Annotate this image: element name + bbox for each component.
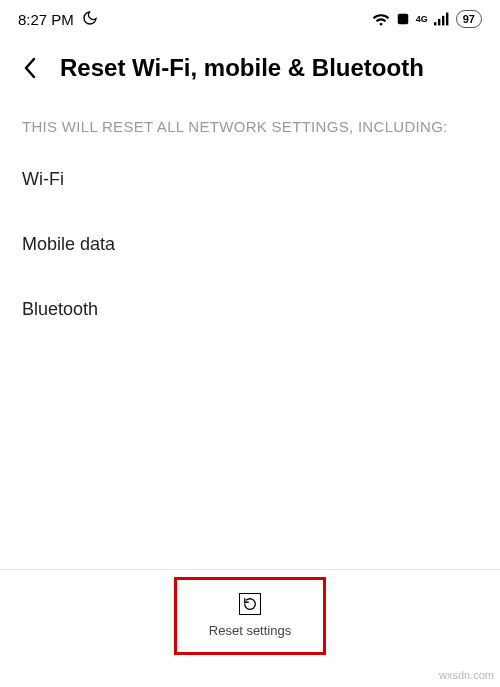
svg-rect-4 [446, 13, 448, 26]
svg-rect-1 [434, 22, 436, 25]
back-button[interactable] [18, 56, 42, 80]
status-left: 8:27 PM [18, 10, 98, 29]
watermark: wxsdn.com [439, 669, 494, 681]
sim-icon [396, 12, 410, 26]
network-4g-icon: 4G [416, 15, 428, 24]
back-chevron-icon [23, 57, 37, 79]
svg-rect-2 [438, 19, 440, 25]
wifi-icon [372, 12, 390, 26]
reset-button-label: Reset settings [209, 623, 291, 638]
list-item: Mobile data [22, 212, 478, 277]
status-right: 4G 97 [372, 10, 482, 28]
svg-rect-3 [442, 16, 444, 26]
page-header: Reset Wi-Fi, mobile & Bluetooth [0, 34, 500, 100]
reset-settings-button[interactable]: Reset settings [174, 577, 326, 655]
list-item: Wi-Fi [22, 147, 478, 212]
bottom-bar: Reset settings [0, 569, 500, 661]
list-item: Bluetooth [22, 277, 478, 342]
reset-items-list: Wi-Fi Mobile data Bluetooth [0, 147, 500, 342]
signal-icon [434, 12, 450, 26]
page-title: Reset Wi-Fi, mobile & Bluetooth [60, 54, 424, 82]
dnd-moon-icon [82, 10, 98, 29]
section-subtitle: THIS WILL RESET ALL NETWORK SETTINGS, IN… [0, 100, 500, 147]
reset-icon [239, 593, 261, 615]
status-bar: 8:27 PM 4G 97 [0, 0, 500, 34]
status-time: 8:27 PM [18, 11, 74, 28]
svg-rect-0 [397, 14, 408, 25]
battery-indicator: 97 [456, 10, 482, 28]
